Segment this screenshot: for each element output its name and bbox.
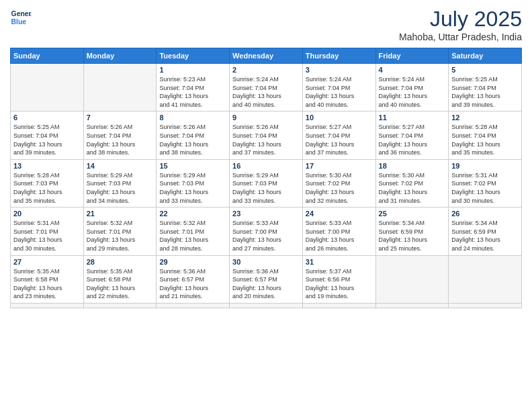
daylight-line2: and 25 minutes. <box>379 244 446 253</box>
daylight-line2: and 40 minutes. <box>379 101 446 109</box>
sunset-text: Sunset: 7:04 PM <box>87 132 154 140</box>
daylight-line2: and 32 minutes. <box>306 197 373 205</box>
daylight-line2: and 33 minutes. <box>232 197 300 205</box>
daylight-line2: and 40 minutes. <box>306 101 373 109</box>
sunrise-text: Sunrise: 5:29 AM <box>87 171 154 180</box>
sunrise-text: Sunrise: 5:36 AM <box>232 267 300 276</box>
svg-text:Blue: Blue <box>11 18 27 26</box>
day-info: Sunrise: 5:36 AMSunset: 6:57 PMDaylight:… <box>232 267 300 301</box>
sunrise-text: Sunrise: 5:34 AM <box>379 219 446 228</box>
table-row <box>302 303 375 308</box>
table-row: 26Sunrise: 5:34 AMSunset: 6:59 PMDayligh… <box>449 208 522 255</box>
daylight-line1: Daylight: 13 hours <box>306 140 373 149</box>
sunrise-text: Sunrise: 5:33 AM <box>306 219 373 228</box>
table-row: 6Sunrise: 5:25 AMSunset: 7:04 PMDaylight… <box>11 111 84 159</box>
daylight-line2: and 34 minutes. <box>87 197 154 205</box>
location-subtitle: Mahoba, Uttar Pradesh, India <box>399 32 522 42</box>
sunset-text: Sunset: 7:04 PM <box>232 132 300 140</box>
day-info: Sunrise: 5:29 AMSunset: 7:03 PMDaylight:… <box>232 171 300 205</box>
daylight-line1: Daylight: 13 hours <box>379 188 446 197</box>
sunset-text: Sunset: 6:57 PM <box>232 275 300 284</box>
title-block: July 2025 Mahoba, Uttar Pradesh, India <box>399 7 522 42</box>
day-number: 13 <box>13 162 81 170</box>
sunrise-text: Sunrise: 5:29 AM <box>232 171 300 180</box>
table-row: 9Sunrise: 5:26 AMSunset: 7:04 PMDaylight… <box>230 111 303 159</box>
daylight-line1: Daylight: 13 hours <box>13 236 81 244</box>
day-info: Sunrise: 5:26 AMSunset: 7:04 PMDaylight:… <box>232 123 300 156</box>
table-row: 25Sunrise: 5:34 AMSunset: 6:59 PMDayligh… <box>375 208 449 255</box>
sunrise-text: Sunrise: 5:26 AM <box>87 123 154 132</box>
day-number: 19 <box>451 162 519 170</box>
sunrise-text: Sunrise: 5:27 AM <box>379 123 446 132</box>
sunset-text: Sunset: 7:04 PM <box>232 84 300 93</box>
daylight-line2: and 29 minutes. <box>87 244 154 253</box>
daylight-line2: and 28 minutes. <box>159 244 226 253</box>
daylight-line2: and 21 minutes. <box>159 292 226 301</box>
day-number: 6 <box>13 113 81 122</box>
day-number: 1 <box>159 66 226 74</box>
table-row: 18Sunrise: 5:30 AMSunset: 7:02 PMDayligh… <box>375 159 449 207</box>
sunrise-text: Sunrise: 5:27 AM <box>306 123 373 132</box>
table-row <box>11 303 84 308</box>
day-info: Sunrise: 5:31 AMSunset: 7:01 PMDaylight:… <box>13 219 81 253</box>
header: General Blue July 2025 Mahoba, Uttar Pra… <box>10 7 522 42</box>
sunset-text: Sunset: 6:59 PM <box>379 228 446 236</box>
sunset-text: Sunset: 7:01 PM <box>159 228 226 236</box>
day-info: Sunrise: 5:31 AMSunset: 7:02 PMDaylight:… <box>451 171 519 205</box>
daylight-line1: Daylight: 13 hours <box>13 284 81 293</box>
daylight-line1: Daylight: 13 hours <box>232 236 300 244</box>
daylight-line2: and 26 minutes. <box>306 244 373 253</box>
weekday-header-row: Sunday Monday Tuesday Wednesday Thursday… <box>11 48 522 64</box>
day-info: Sunrise: 5:35 AMSunset: 6:58 PMDaylight:… <box>87 267 154 301</box>
daylight-line1: Daylight: 13 hours <box>306 188 373 197</box>
day-info: Sunrise: 5:29 AMSunset: 7:03 PMDaylight:… <box>87 171 154 205</box>
day-info: Sunrise: 5:34 AMSunset: 6:59 PMDaylight:… <box>379 219 446 253</box>
day-number: 24 <box>306 210 373 218</box>
daylight-line1: Daylight: 13 hours <box>13 188 81 197</box>
daylight-line2: and 30 minutes. <box>451 197 519 205</box>
generalblue-logo-icon: General Blue <box>10 7 32 28</box>
table-row: 8Sunrise: 5:26 AMSunset: 7:04 PMDaylight… <box>157 111 230 159</box>
daylight-line2: and 19 minutes. <box>306 292 373 301</box>
daylight-line1: Daylight: 13 hours <box>451 92 519 101</box>
sunrise-text: Sunrise: 5:25 AM <box>13 123 81 132</box>
svg-text:General: General <box>11 10 32 17</box>
table-row <box>375 255 449 303</box>
day-number: 26 <box>451 210 519 218</box>
sunrise-text: Sunrise: 5:34 AM <box>451 219 519 228</box>
sunset-text: Sunset: 7:04 PM <box>451 84 519 93</box>
table-row: 22Sunrise: 5:32 AMSunset: 7:01 PMDayligh… <box>157 208 230 255</box>
day-info: Sunrise: 5:32 AMSunset: 7:01 PMDaylight:… <box>159 219 226 253</box>
daylight-line1: Daylight: 13 hours <box>306 92 373 101</box>
sunset-text: Sunset: 7:04 PM <box>379 84 446 93</box>
calendar-week-row: 20Sunrise: 5:31 AMSunset: 7:01 PMDayligh… <box>11 208 522 255</box>
sunrise-text: Sunrise: 5:30 AM <box>306 171 373 180</box>
daylight-line1: Daylight: 13 hours <box>451 236 519 244</box>
day-info: Sunrise: 5:29 AMSunset: 7:03 PMDaylight:… <box>159 171 226 205</box>
calendar-week-row: 27Sunrise: 5:35 AMSunset: 6:58 PMDayligh… <box>11 255 522 303</box>
sunset-text: Sunset: 7:00 PM <box>306 228 373 236</box>
daylight-line1: Daylight: 13 hours <box>87 140 154 149</box>
daylight-line1: Daylight: 13 hours <box>159 284 226 293</box>
sunrise-text: Sunrise: 5:36 AM <box>159 267 226 276</box>
daylight-line1: Daylight: 13 hours <box>232 92 300 101</box>
sunrise-text: Sunrise: 5:28 AM <box>13 171 81 180</box>
sunset-text: Sunset: 7:04 PM <box>13 132 81 140</box>
daylight-line1: Daylight: 13 hours <box>13 140 81 149</box>
day-number: 20 <box>13 210 81 218</box>
day-info: Sunrise: 5:37 AMSunset: 6:56 PMDaylight:… <box>306 267 373 301</box>
sunset-text: Sunset: 6:59 PM <box>451 228 519 236</box>
table-row: 3Sunrise: 5:24 AMSunset: 7:04 PMDaylight… <box>302 64 375 111</box>
sunset-text: Sunset: 7:03 PM <box>159 179 226 188</box>
table-row: 2Sunrise: 5:24 AMSunset: 7:04 PMDaylight… <box>230 64 303 111</box>
daylight-line2: and 36 minutes. <box>379 148 446 157</box>
header-thursday: Thursday <box>302 48 375 64</box>
day-number: 18 <box>379 162 446 170</box>
sunset-text: Sunset: 6:56 PM <box>306 275 373 284</box>
sunrise-text: Sunrise: 5:33 AM <box>232 219 300 228</box>
daylight-line1: Daylight: 13 hours <box>306 284 373 293</box>
daylight-line1: Daylight: 13 hours <box>159 188 226 197</box>
day-number: 9 <box>232 113 300 122</box>
sunset-text: Sunset: 7:04 PM <box>159 132 226 140</box>
table-row: 23Sunrise: 5:33 AMSunset: 7:00 PMDayligh… <box>230 208 303 255</box>
